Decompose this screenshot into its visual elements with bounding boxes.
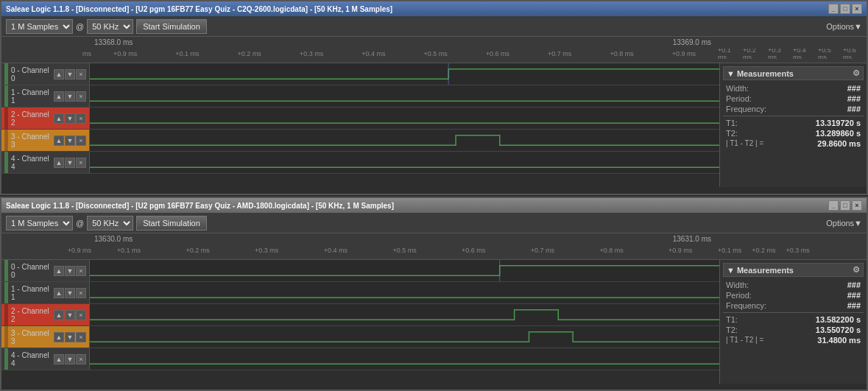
meas-width-value-2: ### <box>847 281 861 289</box>
channel-col-1: 0 - Channel 0 ▲ ▼ × <box>1 63 719 187</box>
timeline-left-time-2: 13630.0 ms <box>94 235 133 245</box>
measurements-header-2: ▼ Measurements ⚙ <box>723 263 864 277</box>
signal-svg-2-1 <box>90 108 719 129</box>
title-text-2: Saleae Logic 1.1.8 - [Disconnected] - [U… <box>6 202 394 210</box>
start-sim-btn-1[interactable]: Start Simulation <box>136 19 207 34</box>
measurements-title-2: ▼ Measurements <box>727 266 794 275</box>
meas-diff-label-2: | T1 - T2 | = <box>726 336 763 345</box>
ch-btn-up-1-2[interactable]: ▲ <box>54 288 64 298</box>
ch-controls-0-2: ▲ ▼ × <box>54 266 86 276</box>
ch-controls-3-2: ▲ ▼ × <box>54 332 86 342</box>
meas-width-row-2: Width: ### <box>723 280 864 290</box>
channel-label-0-1: 0 - Channel 0 ▲ ▼ × <box>1 63 90 85</box>
ch-btn-x-2-1[interactable]: × <box>76 113 86 124</box>
maximize-btn-1[interactable]: □ <box>840 4 850 14</box>
tick-3-1: +0.2 ms <box>219 50 280 57</box>
ch-btn-dn-3-2[interactable]: ▼ <box>65 332 75 342</box>
ch-btn-up-0-2[interactable]: ▲ <box>54 266 64 276</box>
tick-r3-1: +0.3 ms <box>768 49 787 59</box>
ch-btn-dn-1-2[interactable]: ▼ <box>65 288 75 298</box>
ch-btn-up-2-1[interactable]: ▲ <box>54 113 64 124</box>
tick-4-1: +0.3 ms <box>280 50 342 57</box>
signal-svg-2-2 <box>90 304 719 325</box>
minimize-btn-1[interactable]: _ <box>828 4 839 14</box>
meas-freq-label-1: Frequency: <box>726 105 766 113</box>
ch-btn-dn-4-1[interactable]: ▼ <box>65 158 75 168</box>
ch-btn-dn-3-1[interactable]: ▼ <box>65 135 75 146</box>
ch-btn-x-4-1[interactable]: × <box>76 158 86 168</box>
measurements-gear-1[interactable]: ⚙ <box>853 68 860 78</box>
meas-diff-label-1: | T1 - T2 | = <box>726 139 763 148</box>
meas-period-label-2: Period: <box>726 291 752 300</box>
title-bar-2: Saleae Logic 1.1.8 - [Disconnected] - [U… <box>1 198 867 213</box>
freq-select-2[interactable]: 50 KHz <box>87 216 133 230</box>
ch-btn-x-3-1[interactable]: × <box>76 135 86 146</box>
signal-svg-1-1 <box>90 85 719 107</box>
ch-btn-dn-4-2[interactable]: ▼ <box>65 354 75 364</box>
channel-label-2-2: 2 - Channel 2 ▲ ▼ × <box>1 304 90 325</box>
meas-divider-2 <box>723 312 864 313</box>
maximize-btn-2[interactable]: □ <box>840 200 850 211</box>
tick-2-1: +0.1 ms <box>156 50 218 57</box>
ch-btn-x-1-2[interactable]: × <box>76 288 86 298</box>
signal-svg-4-2 <box>90 348 719 370</box>
freq-select-1[interactable]: 50 KHz <box>87 19 133 34</box>
ch-btn-dn-0-1[interactable]: ▼ <box>65 69 75 80</box>
channel-row-1-2: 1 - Channel 1 ▲ ▼ × <box>1 282 719 304</box>
window-2: Saleae Logic 1.1.8 - [Disconnected] - [U… <box>0 197 868 391</box>
options-btn-1[interactable]: Options▼ <box>826 22 862 31</box>
meas-t1-row-2: T1: 13.582200 s <box>723 314 864 325</box>
samples-select-1[interactable]: 1 M Samples <box>6 19 73 34</box>
ch-btn-x-0-1[interactable]: × <box>76 69 86 80</box>
channel-name-1-2: 1 - Channel 1 <box>11 285 51 301</box>
signal-svg-3-2 <box>90 326 719 348</box>
ch-btn-x-0-2[interactable]: × <box>76 266 86 276</box>
ch-btn-up-3-1[interactable]: ▲ <box>54 135 64 146</box>
ch-btn-up-3-2[interactable]: ▲ <box>54 332 64 342</box>
options-btn-2[interactable]: Options▼ <box>826 219 862 228</box>
ch-btn-up-4-2[interactable]: ▲ <box>54 354 64 364</box>
ch-btn-x-3-2[interactable]: × <box>76 332 86 342</box>
ch-btn-dn-1-1[interactable]: ▼ <box>65 91 75 102</box>
channel-label-0-2: 0 - Channel 0 ▲ ▼ × <box>1 260 90 281</box>
minimize-btn-2[interactable]: _ <box>828 200 839 211</box>
ch-btn-up-2-2[interactable]: ▲ <box>54 310 64 320</box>
meas-width-value-1: ### <box>847 84 861 93</box>
ch-btn-up-1-1[interactable]: ▲ <box>54 91 64 102</box>
channel-row-0-1: 0 - Channel 0 ▲ ▼ × <box>1 63 719 85</box>
samples-select-2[interactable]: 1 M Samples <box>6 216 73 230</box>
ch-btn-up-0-1[interactable]: ▲ <box>54 69 64 80</box>
ch-btn-dn-2-2[interactable]: ▼ <box>65 310 75 320</box>
timeline-ticks-1: ms +0.9 ms +0.1 ms +0.2 ms +0.3 ms +0.4 … <box>6 49 862 59</box>
ch-indicator-2-2 <box>4 304 8 325</box>
channel-label-3-2: 3 - Channel 3 ▲ ▼ × <box>1 326 90 348</box>
tick-7-2: +0.7 ms <box>508 247 577 254</box>
meas-period-value-2: ### <box>847 291 861 300</box>
measurements-gear-2[interactable]: ⚙ <box>853 265 860 275</box>
channel-label-4-2: 4 - Channel 4 ▲ ▼ × <box>1 348 90 370</box>
meas-diff-value-2: 31.4800 ms <box>817 336 861 345</box>
close-btn-2[interactable]: × <box>852 200 862 211</box>
tick-1-1: +0.9 ms <box>94 50 156 57</box>
close-btn-1[interactable]: × <box>852 4 862 14</box>
ch-indicator-0-2 <box>4 260 8 281</box>
toolbar-1: 1 M Samples @ 50 KHz Start Simulation Op… <box>1 16 867 37</box>
ch-indicator-0-1 <box>4 63 8 85</box>
ch-btn-x-1-1[interactable]: × <box>76 91 86 102</box>
start-sim-btn-2[interactable]: Start Simulation <box>136 216 207 230</box>
tick-6-2: +0.6 ms <box>439 247 508 254</box>
tick-10-1: +0.9 ms <box>653 50 715 57</box>
channel-data-2-2 <box>90 304 719 325</box>
channel-row-4-2: 4 - Channel 4 ▲ ▼ × <box>1 348 719 370</box>
channels-area-1: 0 - Channel 0 ▲ ▼ × <box>1 63 867 187</box>
channel-name-4-2: 4 - Channel 4 <box>11 351 51 367</box>
ch-btn-x-2-2[interactable]: × <box>76 310 86 320</box>
ch-indicator-3-1 <box>4 130 8 151</box>
ch-btn-dn-2-1[interactable]: ▼ <box>65 113 75 124</box>
ch-btn-x-4-2[interactable]: × <box>76 354 86 364</box>
tick-r1-1: +0.1 ms <box>718 49 737 59</box>
ch-btn-dn-0-2[interactable]: ▼ <box>65 266 75 276</box>
meas-t1-row-1: T1: 13.319720 s <box>723 118 864 128</box>
ch-btn-up-4-1[interactable]: ▲ <box>54 158 64 168</box>
timeline-right-time-2: 13631.0 ms <box>673 235 711 245</box>
